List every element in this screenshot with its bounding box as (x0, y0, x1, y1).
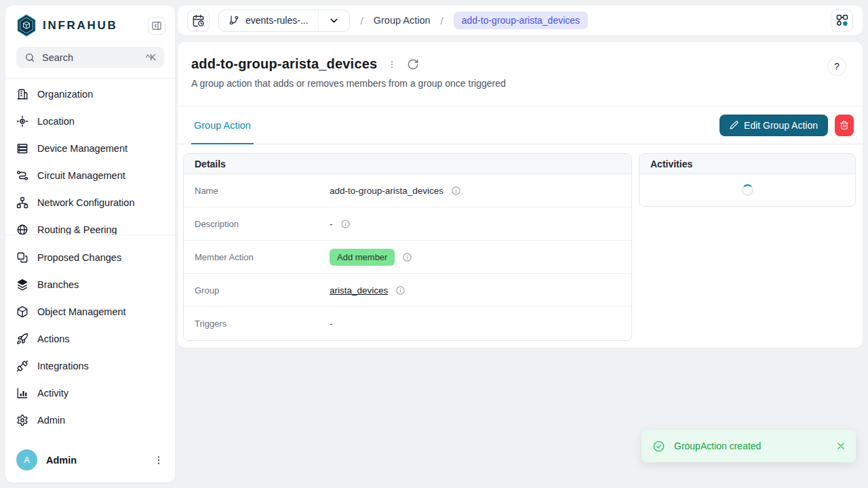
topbar: events-rules-... / Group Action / add-to… (178, 5, 863, 35)
close-icon (835, 441, 846, 451)
tab-bar: Group Action Edit Group Action (178, 106, 863, 144)
info-icon[interactable] (340, 219, 351, 229)
detail-row-member-action: Member Action Add member (184, 241, 631, 274)
sidebar-item-routing-peering[interactable]: Routing & Peering (5, 216, 175, 235)
rocket-icon (16, 333, 28, 345)
sidebar-item-label: Location (37, 116, 75, 127)
kebab-icon (387, 60, 397, 69)
sidebar-item-label: Proposed Changes (37, 252, 121, 263)
tab-group-action[interactable]: Group Action (191, 106, 254, 144)
branch-selector[interactable]: events-rules-... (218, 9, 350, 32)
pencil-icon (730, 121, 738, 129)
sidebar-item-activity[interactable]: Activity (5, 380, 175, 407)
sidebar-header: INFRAHUB (5, 5, 175, 41)
proposed-changes-icon (16, 251, 28, 264)
detail-value: add-to-group-arista_devices (330, 186, 443, 196)
sidebar-item-label: Admin (37, 415, 65, 426)
sidebar-item-label: Integrations (37, 361, 89, 371)
page-subtitle: A group action that adds or removes memb… (191, 78, 849, 89)
globe-icon (16, 224, 28, 235)
sidebar-item-label: Routing & Peering (37, 224, 117, 235)
detail-label: Triggers (195, 319, 330, 329)
delete-button[interactable] (835, 115, 854, 136)
info-icon[interactable] (395, 285, 406, 296)
group-link[interactable]: arista_devices (330, 285, 388, 296)
plug-icon (16, 360, 28, 372)
network-icon (16, 197, 28, 209)
sidebar-item-network-configuration[interactable]: Network Configuration (5, 189, 175, 216)
toast-message: GroupAction created (674, 441, 761, 451)
schema-visualizer-button[interactable] (831, 9, 853, 32)
activities-panel: Activities (639, 153, 856, 207)
bar-chart-icon (16, 387, 28, 399)
detail-label: Member Action (195, 252, 330, 262)
brand-name: INFRAHUB (43, 19, 118, 33)
infrahub-hexagon-icon (16, 14, 37, 37)
check-circle-icon (652, 440, 665, 453)
refresh-button[interactable] (407, 58, 419, 70)
trash-icon (840, 121, 849, 130)
sidebar-item-label: Activity (37, 388, 68, 399)
server-icon (16, 142, 28, 155)
user-row: A Admin (5, 441, 175, 483)
route-icon (16, 169, 28, 182)
detail-value: - (330, 319, 333, 329)
building-icon (16, 88, 28, 100)
locate-icon (16, 115, 28, 127)
user-menu-button[interactable] (153, 455, 164, 466)
sidebar-item-actions[interactable]: Actions (5, 325, 175, 352)
detail-label: Group (195, 285, 330, 296)
details-panel-header: Details (184, 154, 631, 174)
kebab-icon (153, 455, 164, 466)
details-panel: Details Name add-to-group-arista_devices… (183, 153, 632, 341)
info-icon[interactable] (451, 186, 461, 196)
breadcrumb-separator: / (441, 15, 443, 26)
detail-label: Description (195, 219, 330, 229)
sidebar-item-label: Organization (37, 89, 93, 100)
page-header: add-to-group-arista_devices (178, 42, 863, 106)
sidebar-item-proposed-changes[interactable]: Proposed Changes (5, 244, 175, 271)
sidebar-item-label: Object Management (37, 306, 126, 317)
infrahub-logo[interactable]: INFRAHUB (16, 14, 118, 37)
sidebar-item-device-management[interactable]: Device Management (5, 135, 175, 162)
gear-icon (16, 414, 28, 426)
sidebar-item-admin[interactable]: Admin (5, 407, 175, 434)
branch-selector-value: events-rules-... (219, 15, 318, 26)
breadcrumb-separator: / (361, 15, 363, 26)
activities-panel-header: Activities (639, 154, 855, 174)
sidebar-item-label: Device Management (37, 143, 127, 154)
detail-row-name: Name add-to-group-arista_devices (184, 174, 631, 207)
toast-close-button[interactable] (835, 441, 846, 451)
info-icon[interactable] (402, 252, 412, 262)
help-button[interactable]: ? (827, 57, 846, 76)
chevron-down-icon (328, 15, 340, 26)
toast-notification: GroupAction created (642, 430, 856, 462)
search-icon (24, 52, 35, 63)
group-action-page: add-to-group-arista_devices (178, 42, 863, 348)
sidebar-item-label: Network Configuration (37, 197, 134, 208)
member-action-badge: Add member (330, 249, 395, 266)
sidebar-item-object-management[interactable]: Object Management (5, 298, 175, 325)
sidebar-item-organization[interactable]: Organization (5, 81, 175, 108)
branch-dropdown-toggle[interactable] (318, 10, 349, 31)
sidebar-item-branches[interactable]: Branches (5, 271, 175, 298)
breadcrumb: / Group Action / add-to-group-arista_dev… (361, 12, 589, 29)
sidebar: INFRAHUB ^K Organization (5, 5, 175, 483)
search-box[interactable]: ^K (16, 47, 164, 68)
time-travel-button[interactable] (187, 9, 210, 32)
title-kebab-menu-button[interactable] (387, 60, 397, 69)
sidebar-item-circuit-management[interactable]: Circuit Management (5, 162, 175, 189)
activities-body (639, 174, 855, 206)
search-input[interactable] (42, 52, 139, 63)
sidebar-nav-primary: Organization Location Device Management (5, 78, 175, 235)
breadcrumb-group-action[interactable]: Group Action (374, 15, 431, 26)
sidebar-item-label: Circuit Management (37, 170, 125, 181)
breadcrumb-current-page[interactable]: add-to-group-arista_devices (454, 12, 588, 29)
edit-group-action-button[interactable]: Edit Group Action (719, 115, 828, 136)
panel-collapse-icon (151, 20, 162, 31)
calendar-clock-icon (192, 14, 205, 27)
sidebar-item-location[interactable]: Location (5, 108, 175, 135)
sidebar-collapse-button[interactable] (148, 17, 165, 35)
content-panels: Details Name add-to-group-arista_devices… (178, 144, 863, 348)
sidebar-item-integrations[interactable]: Integrations (5, 352, 175, 380)
